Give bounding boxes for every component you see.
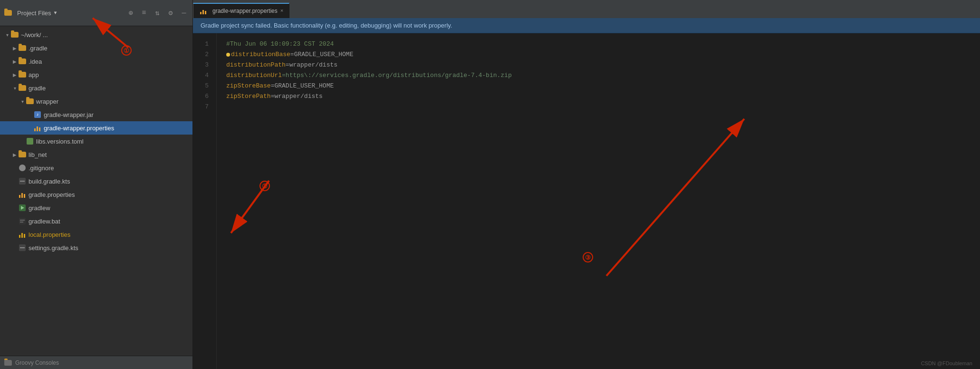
collapse-all-icon[interactable]: ≡ xyxy=(139,9,149,17)
chevron-idea: ▶ xyxy=(11,59,18,64)
code-val-5: =GRADLE_USER_HOME xyxy=(271,81,334,91)
svg-rect-6 xyxy=(20,222,23,223)
label-gradlew-bat: gradlew.bat xyxy=(29,218,60,225)
label-build-gradle-kts: build.gradle.kts xyxy=(29,178,70,185)
code-line-5: zipStoreBase=GRADLE_USER_HOME xyxy=(226,81,970,91)
folder-icon-lib-net xyxy=(18,151,27,158)
chevron-app: ▶ xyxy=(11,72,18,78)
icon-gitignore xyxy=(18,164,27,172)
tree-item-app[interactable]: ▶ app xyxy=(0,68,192,81)
watermark: CSDN @FDoubleman xyxy=(921,360,972,366)
line-num-5: 5 xyxy=(193,81,216,91)
panel-title-area[interactable]: Project Files ▼ xyxy=(4,9,123,17)
panel-header-icons: ⊕ ≡ ⇅ ⚙ — xyxy=(126,9,189,18)
folder-icon-wrapper xyxy=(26,97,34,105)
panel-dropdown-arrow[interactable]: ▼ xyxy=(54,10,57,16)
label-idea: .idea xyxy=(29,58,42,65)
code-val-4: =https\://services.gradle.org/distributi… xyxy=(282,70,512,81)
tree-item-libs-versions[interactable]: libs.versions.toml xyxy=(0,135,192,148)
label-settings-gradle-kts: settings.gradle.kts xyxy=(29,244,78,252)
code-key-2: distributionBase xyxy=(231,49,290,60)
tree-item-wrapper-props[interactable]: gradle-wrapper.properties xyxy=(0,121,192,135)
line-num-1: 1 xyxy=(193,39,216,49)
chevron-gradle-folder: ▾ xyxy=(11,86,18,91)
chevron-gradle-dir: ▶ xyxy=(11,46,18,51)
label-local-properties: local.properties xyxy=(29,231,70,238)
code-key-6: zipStorePath xyxy=(226,91,271,102)
groovy-consoles-label[interactable]: Groovy Consoles xyxy=(15,359,59,366)
svg-rect-8 xyxy=(20,247,25,248)
line-num-6: 6 xyxy=(193,91,216,102)
warning-text: Gradle project sync failed. Basic functi… xyxy=(201,22,452,29)
label-wrapper: wrapper xyxy=(36,98,58,105)
code-content[interactable]: #Thu Jun 06 10:09:23 CST 2024 distributi… xyxy=(217,33,980,369)
icon-local-properties xyxy=(18,231,27,238)
minimize-icon[interactable]: — xyxy=(179,9,189,17)
code-line-1: #Thu Jun 06 10:09:23 CST 2024 xyxy=(226,39,970,49)
label-gradle-properties: gradle.properties xyxy=(29,191,75,198)
code-comment-1: #Thu Jun 06 10:09:23 CST 2024 xyxy=(226,39,334,49)
icon-gradle-properties xyxy=(18,191,27,198)
icon-wrapper-props xyxy=(33,124,42,132)
tree-item-lib-net[interactable]: ▶ lib_net xyxy=(0,148,192,161)
tab-wrapper-props[interactable]: gradle-wrapper.properties × xyxy=(193,3,289,18)
tree-item-settings-gradle-kts[interactable]: settings.gradle.kts xyxy=(0,241,192,254)
label-wrapper-props: gradle-wrapper.properties xyxy=(44,125,114,132)
tree-item-idea[interactable]: ▶ .idea xyxy=(0,55,192,68)
tree-item-work[interactable]: ▾ ~/work/ ... xyxy=(0,28,192,41)
file-tree: ▾ ~/work/ ... ▶ .gradle ▶ .idea ▶ app xyxy=(0,26,192,356)
code-line-2: distributionBase=GRADLE_USER_HOME xyxy=(226,49,970,60)
tree-item-gradlew-bat[interactable]: gradlew.bat xyxy=(0,214,192,228)
label-gradle-folder: gradle xyxy=(29,85,46,92)
code-key-4: distributionUrl xyxy=(226,70,282,81)
code-line-4: distributionUrl=https\://services.gradle… xyxy=(226,70,970,81)
line-numbers: 1 2 3 4 5 6 7 xyxy=(193,33,217,369)
label-wrapper-jar: gradle-wrapper.jar xyxy=(44,111,94,118)
code-val-6: =wrapper/dists xyxy=(271,91,323,102)
icon-build-gradle-kts xyxy=(18,177,27,185)
chevron-work: ▾ xyxy=(4,32,10,38)
label-app: app xyxy=(29,71,39,78)
chevron-lib-net: ▶ xyxy=(11,152,18,157)
panel-bottom: Groovy Consoles xyxy=(0,356,192,369)
code-key-5: zipStoreBase xyxy=(226,81,271,91)
code-line-6: zipStorePath=wrapper/dists xyxy=(226,91,970,102)
tree-item-wrapper-jar[interactable]: J gradle-wrapper.jar xyxy=(0,108,192,121)
tree-item-gradle-properties[interactable]: gradle.properties xyxy=(0,188,192,201)
tree-item-gradlew[interactable]: gradlew xyxy=(0,201,192,214)
add-icon[interactable]: ⊕ xyxy=(126,9,135,18)
folder-icon-gradle-dir xyxy=(18,44,27,52)
folder-icon-app xyxy=(18,71,27,78)
tree-item-local-properties[interactable]: local.properties xyxy=(0,228,192,241)
tab-close-button[interactable]: × xyxy=(280,8,284,14)
warning-banner: Gradle project sync failed. Basic functi… xyxy=(193,18,980,33)
icon-gradlew-bat xyxy=(18,217,27,225)
tab-label: gradle-wrapper.properties xyxy=(212,8,278,14)
tab-icon xyxy=(199,7,208,15)
right-panel: gradle-wrapper.properties × Gradle proje… xyxy=(193,0,980,369)
folder-icon-gradle-folder xyxy=(18,84,27,92)
tree-item-gradle-dir[interactable]: ▶ .gradle xyxy=(0,41,192,55)
svg-rect-1 xyxy=(20,181,25,182)
code-val-3: =wrapper/dists xyxy=(286,60,337,70)
label-gradle-dir: .gradle xyxy=(29,45,48,52)
code-key-3: distributionPath xyxy=(226,60,286,70)
label-gradlew: gradlew xyxy=(29,204,50,212)
tab-bar: gradle-wrapper.properties × xyxy=(193,0,980,18)
line-num-3: 3 xyxy=(193,60,216,70)
icon-wrapper-jar: J xyxy=(33,111,42,118)
sort-icon[interactable]: ⇅ xyxy=(153,9,162,18)
icon-settings-gradle-kts xyxy=(18,244,27,252)
warning-dot xyxy=(226,53,230,57)
tree-item-build-gradle-kts[interactable]: build.gradle.kts xyxy=(0,175,192,188)
code-line-7 xyxy=(226,102,970,112)
line-num-2: 2 xyxy=(193,49,216,60)
label-libs-versions: libs.versions.toml xyxy=(36,138,84,145)
panel-header: Project Files ▼ ⊕ ≡ ⇅ ⚙ — xyxy=(0,0,192,26)
tree-item-gradle-folder[interactable]: ▾ gradle xyxy=(0,81,192,95)
tree-item-wrapper[interactable]: ▾ wrapper xyxy=(0,95,192,108)
settings-icon[interactable]: ⚙ xyxy=(166,9,175,18)
svg-rect-5 xyxy=(20,220,25,221)
left-panel: Project Files ▼ ⊕ ≡ ⇅ ⚙ — ▾ ~/work/ ... … xyxy=(0,0,193,369)
tree-item-gitignore[interactable]: .gitignore xyxy=(0,161,192,175)
